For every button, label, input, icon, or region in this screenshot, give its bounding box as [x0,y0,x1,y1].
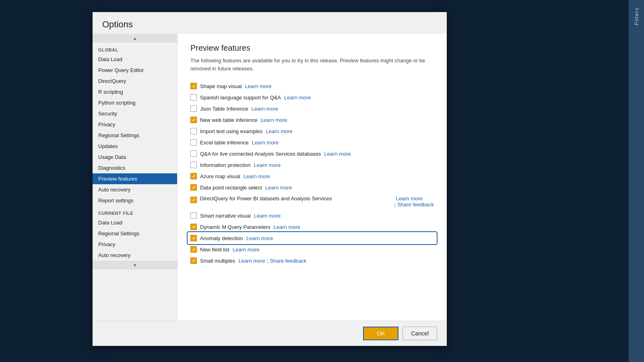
feature-name-azure-map-visual: Azure map visual [200,173,240,179]
main-content: Preview features The following features … [177,34,447,321]
checkbox-new-web-table-inference[interactable] [190,117,197,123]
feature-row-import-text-examples: Import text using examplesLearn more [190,125,434,137]
sidebar-item-security[interactable]: Security [93,108,177,119]
learn-more-azure-map-visual[interactable]: Learn more [244,173,270,179]
feature-name-json-table-inference: Json Table Inference [200,106,248,112]
learn-more-qa-live-connected[interactable]: Learn more [324,151,351,157]
feature-row-azure-map-visual: Azure map visualLearn more [190,171,434,182]
checkbox-anomaly-detection[interactable] [190,235,197,241]
sidebar-item-auto-recovery[interactable]: Auto recovery [93,184,177,195]
checkbox-import-text-examples[interactable] [190,128,197,134]
feature-row-directquery-power-bi: DirectQuery for Power BI datasets and An… [190,193,434,210]
sidebar-global-label: GLOBAL [93,43,177,54]
learn-more-new-field-list[interactable]: Learn more [233,247,259,253]
feature-name-directquery-power-bi: DirectQuery for Power BI datasets and An… [200,195,332,202]
feature-row-json-table-inference: Json Table InferenceLearn more [190,103,434,114]
feature-name-information-protection: Information protection [200,162,251,168]
main-description: The following features are available for… [190,57,434,72]
feature-name-excel-table-inference: Excel table inference [200,140,249,146]
learn-more-json-table-inference[interactable]: Learn more [252,106,278,112]
separator-small-multiples: | [267,258,268,264]
sidebar-item-report-settings[interactable]: Report settings [93,195,177,206]
checkbox-qa-live-connected[interactable] [190,150,197,157]
feature-name-dynamic-m-query-parameters: Dynamic M Query Parameters [200,224,270,230]
feature-name-import-text-examples: Import text using examples [200,128,262,134]
learn-more-data-point-rectangle-select[interactable]: Learn more [265,185,292,191]
learn-more-anomaly-detection[interactable]: Learn more [246,235,273,241]
learn-more-dynamic-m-query-parameters[interactable]: Learn more [274,224,300,230]
cancel-button[interactable]: Cancel [402,327,437,340]
ok-button[interactable]: OK [363,327,398,340]
sidebar-item-python-scripting[interactable]: Python scripting [93,97,177,108]
checkbox-azure-map-visual[interactable] [190,173,197,179]
learn-more-small-multiples[interactable]: Learn more [238,258,265,264]
feature-row-small-multiples: Small multiplesLearn more|Share feedback [190,255,434,266]
learn-more-new-web-table-inference[interactable]: Learn more [260,117,287,123]
sidebar-item-directquery[interactable]: DirectQuery [93,76,177,86]
checkbox-new-field-list[interactable] [190,246,197,253]
learn-more-excel-table-inference[interactable]: Learn more [252,140,279,146]
learn-more-smart-narrative-visual[interactable]: Learn more [254,213,281,219]
feature-name-small-multiples: Small multiples [200,258,235,264]
sidebar-item-cf-auto-recovery[interactable]: Auto recovery [93,250,177,261]
sidebar-item-preview-features[interactable]: Preview features [93,173,177,184]
sidebar-item-cf-privacy[interactable]: Privacy [93,239,177,250]
feature-row-data-point-rectangle-select: Data point rectangle selectLearn more [190,182,434,193]
learn-more-shape-map-visual[interactable]: Learn more [245,83,271,89]
sidebar-item-power-query-editor[interactable]: Power Query Editor [93,65,177,76]
feature-name-shape-map-visual: Shape map visual [200,83,242,89]
dialog-title: Options [93,12,447,34]
sidebar-item-data-load[interactable]: Data Load [93,54,177,65]
checkbox-spanish-language-support[interactable] [190,94,197,101]
feature-name-anomaly-detection: Anomaly detection [200,235,243,241]
feature-name-smart-narrative-visual: Smart narrative visual [200,213,251,219]
feature-row-qa-live-connected: Q&A for live connected Analysis Services… [190,148,434,159]
feature-name-new-field-list: New field list [200,247,229,253]
sidebar-item-cf-regional-settings[interactable]: Regional Settings [93,228,177,239]
checkbox-directquery-power-bi[interactable] [190,197,197,203]
sidebar-item-updates[interactable]: Updates [93,141,177,152]
dialog-footer: OK Cancel [93,321,447,346]
checkbox-smart-narrative-visual[interactable] [190,212,197,219]
sidebar-global-items: Data LoadPower Query EditorDirectQueryR … [93,54,177,206]
learn-more-directquery-power-bi[interactable]: Learn more [396,195,423,202]
sidebar-current-file-items: Data LoadRegional SettingsPrivacyAuto re… [93,217,177,261]
checkbox-data-point-rectangle-select[interactable] [190,184,197,191]
main-title: Preview features [190,43,434,53]
checkbox-dynamic-m-query-parameters[interactable] [190,224,197,230]
feature-row-spanish-language-support: Spanish language support for Q&ALearn mo… [190,92,434,103]
checkbox-information-protection[interactable] [190,162,197,168]
learn-more-import-text-examples[interactable]: Learn more [266,128,292,134]
sidebar-item-privacy[interactable]: Privacy [93,119,177,130]
feature-row-new-field-list: New field listLearn more [190,244,434,255]
filters-panel: Filters [629,0,644,362]
sidebar-scroll-up[interactable]: ▲ [93,34,177,43]
feature-row-excel-table-inference: Excel table inferenceLearn more [190,137,434,148]
feature-row-information-protection: Information protectionLearn more [190,159,434,171]
sidebar-item-usage-data[interactable]: Usage Data [93,152,177,162]
features-list: Shape map visualLearn moreSpanish langua… [190,80,434,266]
feature-row-shape-map-visual: Shape map visualLearn more [190,80,434,92]
sidebar-item-cf-data-load[interactable]: Data Load [93,217,177,228]
learn-more-information-protection[interactable]: Learn more [254,162,281,168]
options-dialog: Options ▲ GLOBAL Data LoadPower Query Ed… [93,12,447,346]
share-feedback-small-multiples[interactable]: Share feedback [270,258,306,264]
share-feedback-directquery-power-bi[interactable]: Share feedback [397,202,434,208]
feature-row-anomaly-detection: Anomaly detectionLearn more [188,232,436,244]
learn-more-spanish-language-support[interactable]: Learn more [284,95,311,101]
sidebar-item-diagnostics[interactable]: Diagnostics [93,162,177,173]
feature-name-spanish-language-support: Spanish language support for Q&A [200,95,281,101]
checkbox-excel-table-inference[interactable] [190,139,197,146]
sidebar-item-regional-settings[interactable]: Regional Settings [93,130,177,141]
sidebar-item-r-scripting[interactable]: R scripting [93,86,177,97]
dialog-body: ▲ GLOBAL Data LoadPower Query EditorDire… [93,34,447,321]
checkbox-json-table-inference[interactable] [190,105,197,112]
checkbox-small-multiples[interactable] [190,257,197,264]
feature-row-dynamic-m-query-parameters: Dynamic M Query ParametersLearn more [190,221,434,232]
feature-row-smart-narrative-visual: Smart narrative visualLearn more [190,210,434,221]
checkbox-shape-map-visual[interactable] [190,83,197,89]
sidebar-scroll-down[interactable]: ▼ [93,261,177,269]
sidebar: ▲ GLOBAL Data LoadPower Query EditorDire… [93,34,177,321]
feature-name-new-web-table-inference: New web table inference [200,117,257,123]
filters-label: Filters [634,7,640,25]
